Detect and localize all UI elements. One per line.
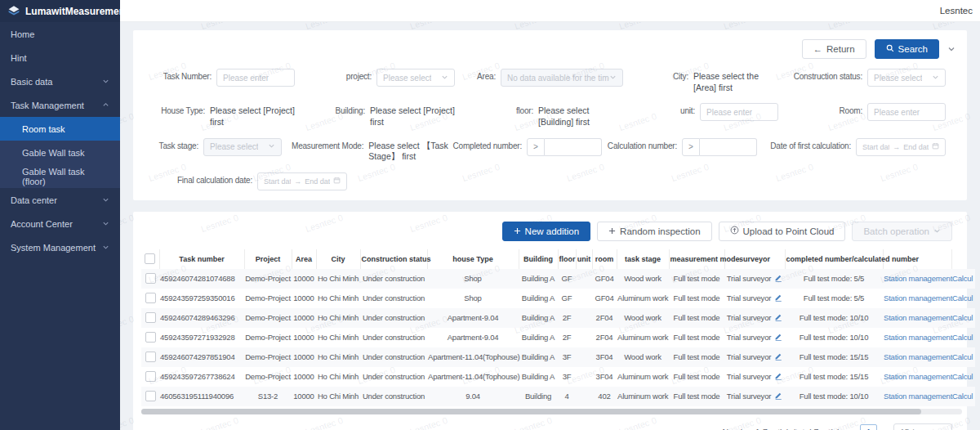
construction-status-select[interactable]: Please select	[867, 69, 946, 87]
station-management-link[interactable]: Station management	[884, 293, 952, 302]
filter-field-building: Building:Please select [Project] first	[305, 103, 465, 128]
cell-task-number: 459243597271932928	[159, 328, 244, 347]
cell-floor: 2F	[558, 308, 576, 328]
chevron-up-icon	[102, 101, 109, 109]
completed-number-input[interactable]	[545, 138, 602, 156]
final-calculation-date-daterange[interactable]: Start date→End date	[257, 172, 347, 190]
calculate-link[interactable]: Calcul	[952, 333, 973, 342]
calculation-number-input-group[interactable]: >	[682, 138, 757, 156]
station-management-link[interactable]: Station management	[884, 372, 952, 381]
filter-form: Task Number:Please enterproject:Please s…	[145, 69, 956, 190]
station-management-link[interactable]: Station management	[884, 274, 952, 283]
sidebar: LumawitMeasurementS... HomeHintBasic dat…	[0, 0, 120, 430]
sidebar-item-task-management[interactable]: Task Management	[0, 93, 120, 117]
filter-field-house-type: House Type:Please select [Project] first	[145, 103, 305, 128]
search-button-label: Search	[898, 44, 928, 54]
edit-pencil-icon[interactable]	[774, 352, 782, 362]
table-row: 459243597271932928Demo-Project10000Ho Ch…	[141, 328, 975, 347]
edit-pencil-icon[interactable]	[774, 274, 782, 284]
sidebar-item-gable-wall-task-floor[interactable]: Gable Wall task (floor)	[0, 164, 120, 188]
filter-label: Measurement Mode:	[292, 138, 368, 150]
sidebar-item-home[interactable]: Home	[0, 22, 120, 46]
filter-label: Calculation number:	[608, 138, 682, 150]
station-management-link[interactable]: Station management	[884, 333, 952, 342]
sidebar-item-hint[interactable]: Hint	[0, 46, 120, 69]
pagination: Number 1-7 article/total 7 article ‹ 1 ›…	[141, 414, 967, 430]
house-type-hint: Please select [Project] first	[210, 103, 295, 128]
date-of-first-calculation-daterange[interactable]: Start date→End date	[856, 138, 946, 156]
select-all-checkbox[interactable]	[145, 253, 155, 264]
completed-number-input-group[interactable]: >	[527, 138, 602, 156]
filter-row-2: House Type:Please select [Project] first…	[145, 103, 956, 128]
user-menu[interactable]: Lesntec	[940, 6, 973, 16]
project-select[interactable]: Please select	[376, 69, 455, 87]
station-management-link[interactable]: Station management	[884, 352, 952, 361]
filter-field-task-number: Task Number:Please enter	[145, 69, 305, 93]
cell-house-type: 9.04	[427, 387, 519, 406]
row-checkbox[interactable]	[145, 352, 156, 362]
cell-project: Demo-Project	[244, 269, 292, 289]
calculate-link[interactable]: Calcul	[952, 392, 973, 401]
task-number-input[interactable]: Please enter	[216, 69, 295, 87]
edit-pencil-icon[interactable]	[774, 392, 782, 401]
cell-task-stage: Aluminum work	[617, 387, 669, 406]
calculate-link[interactable]: Calcul	[952, 274, 973, 283]
cell-floor: 4	[558, 387, 576, 406]
sidebar-item-gable-wall-task[interactable]: Gable Wall task	[0, 141, 120, 164]
page-1-button[interactable]: 1	[860, 424, 877, 430]
cell-building: Building A	[519, 328, 558, 347]
sidebar-item-system-management[interactable]: System Management	[0, 235, 120, 259]
edit-pencil-icon[interactable]	[774, 372, 782, 382]
sidebar-item-account-center[interactable]: Account Center	[0, 212, 120, 235]
random-inspection-button[interactable]: Random inspection	[597, 222, 711, 241]
row-checkbox[interactable]	[145, 332, 156, 343]
chevron-down-icon	[441, 74, 448, 83]
calculate-link[interactable]: Calcul	[952, 352, 973, 361]
app-logo-text: LumawitMeasurementS...	[25, 6, 120, 17]
table-row: 459246074297851904Demo-Project10000Ho Ch…	[141, 347, 975, 367]
calculate-link[interactable]: Calcul	[952, 293, 973, 302]
calculate-link[interactable]: Calcul	[952, 372, 973, 381]
row-checkbox[interactable]	[145, 371, 156, 382]
scrollbar-thumb[interactable]	[141, 409, 921, 414]
button-label: New addition	[525, 226, 579, 236]
calculation-number-input[interactable]	[700, 138, 757, 156]
row-checkbox[interactable]	[145, 293, 156, 303]
cell-task-stage: Wood work	[617, 308, 669, 328]
row-checkbox[interactable]	[145, 312, 156, 323]
select-placeholder: Please select	[210, 142, 258, 151]
task-stage-select[interactable]: Please select	[203, 138, 282, 156]
cell-room: 3F04	[592, 367, 617, 387]
station-management-link[interactable]: Station management	[884, 392, 952, 401]
unit-input[interactable]: Please enter	[700, 103, 778, 121]
row-checkbox[interactable]	[145, 273, 156, 284]
start-date-placeholder: Start date	[264, 177, 291, 186]
column-header-label: Project	[256, 255, 281, 263]
cell-task-number: 459243597259350016	[159, 289, 244, 308]
cell-station: Station management	[883, 328, 951, 347]
filter-field-room: Room:Please enter	[788, 103, 956, 128]
cell-task-number: 459246074281074688	[159, 269, 244, 289]
sidebar-item-data-center[interactable]: Data center	[0, 188, 120, 212]
column-header-construction-status: Construction status	[360, 249, 427, 269]
upload-to-point-cloud-button[interactable]: Upload to Point Cloud	[719, 222, 846, 241]
sidebar-item-label: Basic data	[11, 77, 52, 87]
room-input[interactable]: Please enter	[867, 103, 946, 121]
page-size-select[interactable]: 15 / page	[893, 423, 952, 430]
edit-pencil-icon[interactable]	[774, 333, 782, 343]
filter-field-area: Area:No data available for the time ...	[465, 69, 633, 93]
station-management-link[interactable]: Station management	[884, 313, 952, 322]
edit-pencil-icon[interactable]	[774, 313, 782, 323]
edit-pencil-icon[interactable]	[774, 293, 782, 303]
row-checkbox[interactable]	[145, 391, 156, 401]
column-header-task-number: Task number	[159, 249, 244, 269]
area-select[interactable]: No data available for the time ...	[501, 69, 623, 87]
calculate-link[interactable]: Calcul	[952, 313, 973, 322]
search-button[interactable]: Search	[875, 39, 939, 59]
chevron-down-icon	[609, 74, 617, 83]
collapse-filters-chevron-icon[interactable]	[947, 45, 956, 53]
new-addition-button[interactable]: New addition	[502, 222, 590, 241]
sidebar-item-room-task[interactable]: Room task	[0, 117, 120, 141]
sidebar-item-basic-data[interactable]: Basic data	[0, 69, 120, 93]
return-button[interactable]: ← Return	[802, 39, 866, 59]
